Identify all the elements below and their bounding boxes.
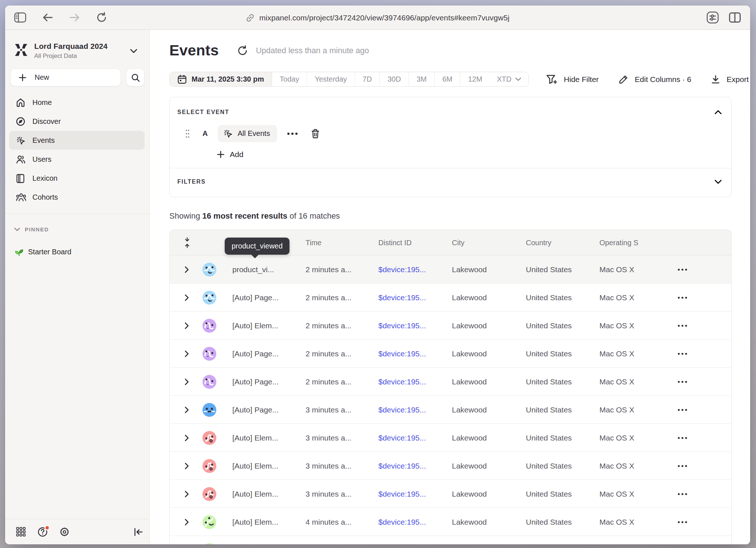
row-actions-icon[interactable] [674,340,690,368]
cell-distinct-id[interactable]: $device:195... [378,312,450,340]
cell-distinct-id[interactable]: $device:195... [378,480,450,508]
date-picker-button[interactable]: Mar 11, 2025 3:30 pm [170,72,272,86]
back-icon[interactable] [42,13,53,22]
preset-6m[interactable]: 6M [435,72,461,86]
page-settings-icon[interactable] [706,11,719,24]
row-actions-icon[interactable] [674,368,690,396]
new-button[interactable]: New [10,68,121,86]
expand-row-icon[interactable] [184,312,189,340]
sidebar-item-home[interactable]: Home [9,93,145,112]
apps-grid-icon[interactable] [16,527,26,537]
preset-xtd[interactable]: XTD [490,72,528,86]
expand-row-icon[interactable] [184,508,189,536]
table-row[interactable]: [Auto] Elem...4 minutes a...$device:195.… [170,536,731,544]
collapse-section-icon[interactable] [714,110,722,115]
sidebar-toggle-icon[interactable] [14,12,26,23]
row-actions-icon[interactable] [674,508,690,536]
cell-distinct-id[interactable]: $device:195... [378,508,450,536]
expand-row-icon[interactable] [184,536,189,544]
cell-event-name[interactable]: [Auto] Elem... [232,536,305,544]
cell-distinct-id[interactable]: $device:195... [378,452,450,480]
row-actions-icon[interactable] [674,283,690,312]
address-bar[interactable]: mixpanel.com/project/3472420/view/397469… [246,5,509,30]
table-row[interactable]: [Auto] Elem...2 minutes a...$device:195.… [170,312,731,340]
table-row[interactable]: [Auto] Page...3 minutes a...$device:195.… [170,396,731,424]
expand-row-icon[interactable] [184,255,189,283]
expand-row-icon[interactable] [184,452,189,480]
expand-row-icon[interactable] [184,424,189,452]
drag-handle-icon[interactable] [185,129,190,138]
export-button[interactable]: Export [711,75,749,84]
cell-distinct-id[interactable]: $device:195... [378,340,450,368]
expand-row-icon[interactable] [184,480,189,508]
expand-filters-icon[interactable] [714,179,722,184]
settings-gear-icon[interactable] [59,527,70,537]
add-event-button[interactable]: Add [217,150,243,168]
event-selector-chip[interactable]: All Events [218,125,277,142]
row-actions-icon[interactable] [674,424,690,452]
preset-7d[interactable]: 7D [355,72,380,86]
col-country[interactable]: Country [526,230,598,255]
row-actions-icon[interactable] [674,312,690,340]
cell-event-name[interactable]: [Auto] Page... [232,283,305,312]
sidebar-item-cohorts[interactable]: Cohorts [9,188,145,207]
table-row[interactable]: [Auto] Elem...4 minutes a...$device:195.… [170,508,731,536]
row-actions-icon[interactable] [674,452,690,480]
event-options-icon[interactable] [287,132,298,135]
reload-icon[interactable] [96,12,107,23]
row-actions-icon[interactable] [674,255,690,283]
cell-event-name[interactable]: [Auto] Page... [232,396,305,424]
sidebar-item-discover[interactable]: Discover [9,112,145,131]
pinned-item-starter-board[interactable]: Starter Board [5,232,149,256]
preset-3m[interactable]: 3M [409,72,435,86]
preset-30d[interactable]: 30D [380,72,409,86]
row-actions-icon[interactable] [674,396,690,424]
sidebar-item-lexicon[interactable]: Lexicon [9,169,145,188]
table-row[interactable]: [Auto] Page...2 minutes a...$device:195.… [170,368,731,396]
cell-event-name[interactable]: [Auto] Page... [232,340,305,368]
table-row[interactable]: [Auto] Elem...3 minutes a...$device:195.… [170,480,731,508]
preset-today[interactable]: Today [272,72,307,86]
expand-row-icon[interactable] [184,340,189,368]
cell-distinct-id[interactable]: $device:195... [378,396,450,424]
refresh-icon[interactable] [237,45,248,56]
cell-distinct-id[interactable]: $device:195... [378,424,450,452]
col-time[interactable]: Time [306,230,377,255]
preset-12m[interactable]: 12M [460,72,490,86]
cell-event-name[interactable]: product_vi... [232,255,305,283]
expand-row-icon[interactable] [184,368,189,396]
expand-row-icon[interactable] [184,283,189,312]
cell-event-name[interactable]: [Auto] Elem... [232,480,305,508]
sidebar-item-users[interactable]: Users [9,150,145,169]
cell-event-name[interactable]: [Auto] Elem... [232,424,305,452]
hide-filter-button[interactable]: Hide Filter [546,74,599,85]
collapse-all-icon[interactable] [184,230,190,255]
forward-icon[interactable] [69,13,80,22]
table-row[interactable]: [Auto] Page...2 minutes a...$device:195.… [170,340,731,368]
expand-row-icon[interactable] [184,396,189,424]
collapse-sidebar-icon[interactable] [134,528,143,536]
cell-event-name[interactable]: [Auto] Page... [232,368,305,396]
cell-distinct-id[interactable]: $device:195... [378,255,450,283]
row-actions-icon[interactable] [674,480,690,508]
split-view-icon[interactable] [729,12,741,23]
edit-columns-button[interactable]: Edit Columns · 6 [618,74,691,85]
table-row[interactable]: [Auto] Page...2 minutes a...$device:195.… [170,283,731,312]
delete-event-icon[interactable] [311,129,320,139]
table-row[interactable]: [Auto] Elem...3 minutes a...$device:195.… [170,424,731,452]
col-operating-system[interactable]: Operating S [599,230,640,255]
preset-yesterday[interactable]: Yesterday [307,72,355,86]
help-icon[interactable] [38,527,48,537]
search-button[interactable] [126,68,145,86]
cell-event-name[interactable]: [Auto] Elem... [232,312,305,340]
col-distinct-id[interactable]: Distinct ID [378,230,450,255]
cell-distinct-id[interactable]: $device:195... [378,283,450,312]
row-actions-icon[interactable] [674,536,690,544]
workspace-switcher[interactable]: Lord Farquaad 2024 All Project Data [5,30,149,60]
cell-event-name[interactable]: [Auto] Elem... [232,508,305,536]
cell-distinct-id[interactable]: $device:195... [378,368,450,396]
sidebar-item-events[interactable]: Events [9,131,145,150]
table-row[interactable]: [Auto] Elem...3 minutes a...$device:195.… [170,452,731,480]
pinned-section-header[interactable]: PINNED [5,214,149,232]
col-city[interactable]: City [452,230,524,255]
